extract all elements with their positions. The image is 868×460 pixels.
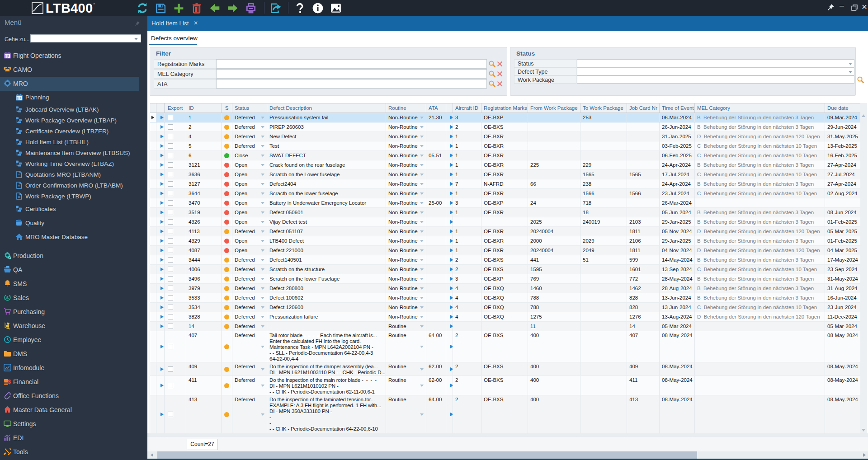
svg-text:$: $ — [8, 378, 11, 385]
svg-text:$: $ — [6, 296, 9, 300]
